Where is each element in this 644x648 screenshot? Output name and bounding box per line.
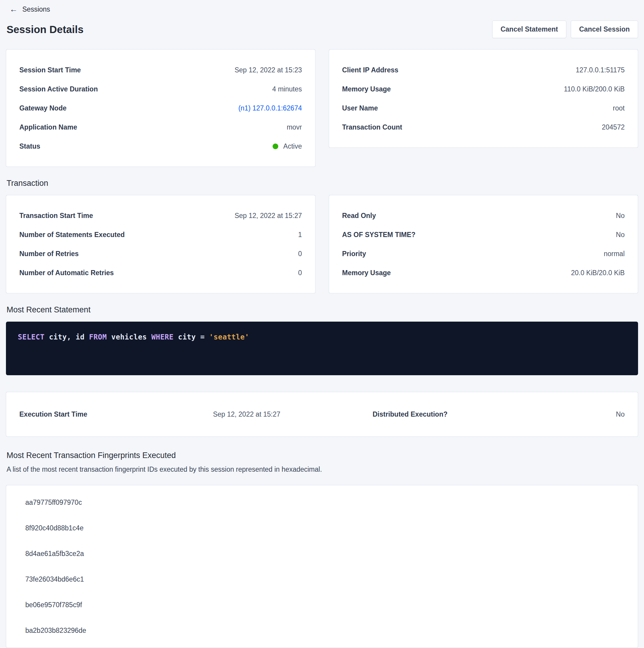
- sql-statement-box: SELECT city, id FROM vehicles WHERE city…: [6, 322, 638, 375]
- detail-value: movr: [287, 123, 302, 131]
- sql-plain: city =: [174, 333, 209, 341]
- status-row: Status Active: [19, 137, 302, 156]
- session-card-right: Client IP Address 127.0.0.1:51175 Memory…: [329, 49, 638, 148]
- session-card-left: Session Start Time Sep 12, 2022 at 15:23…: [6, 49, 315, 167]
- priority-row: Priority normal: [342, 244, 625, 263]
- detail-label: Number of Retries: [19, 250, 78, 258]
- status-badge: Active: [273, 142, 302, 150]
- detail-label: Gateway Node: [19, 104, 67, 112]
- sql-statement-text: SELECT city, id FROM vehicles WHERE city…: [18, 333, 626, 341]
- detail-label: Session Start Time: [19, 66, 81, 74]
- fingerprint-item: 73fe26034bd6e6c1: [6, 566, 638, 592]
- gateway-node-link[interactable]: (n1) 127.0.0.1:62674: [238, 104, 302, 112]
- detail-value: 1: [298, 231, 302, 239]
- detail-value: No: [616, 231, 625, 239]
- detail-value: 0: [298, 269, 302, 277]
- fingerprints-description: A list of the most recent transaction fi…: [7, 465, 638, 474]
- detail-label: Number of Automatic Retries: [19, 269, 114, 277]
- detail-label: Memory Usage: [342, 85, 391, 93]
- detail-value: 20.0 KiB/20.0 KiB: [571, 269, 625, 277]
- gateway-node-row: Gateway Node (n1) 127.0.0.1:62674: [19, 99, 302, 118]
- back-arrow-icon: ←: [9, 5, 17, 13]
- detail-label: Execution Start Time: [19, 410, 87, 418]
- most-recent-statement-heading: Most Recent Statement: [7, 305, 638, 315]
- detail-label: Status: [19, 142, 40, 150]
- header-buttons: Cancel Statement Cancel Session: [492, 20, 638, 38]
- session-start-time-row: Session Start Time Sep 12, 2022 at 15:23: [19, 60, 302, 79]
- detail-value: Sep 12, 2022 at 15:23: [235, 66, 302, 74]
- detail-value: 127.0.0.1:51175: [576, 66, 625, 74]
- application-name-row: Application Name movr: [19, 118, 302, 137]
- transaction-card-right: Read Only No AS OF SYSTEM TIME? No Prior…: [329, 195, 638, 293]
- transaction-section-heading: Transaction: [7, 179, 638, 188]
- distributed-execution-row: Distributed Execution? No: [322, 405, 625, 423]
- transaction-card-left: Transaction Start Time Sep 12, 2022 at 1…: [6, 195, 315, 293]
- back-to-sessions-link[interactable]: ← Sessions: [6, 2, 54, 16]
- detail-label: Session Active Duration: [19, 85, 98, 93]
- sql-keyword: WHERE: [152, 333, 174, 341]
- sql-keyword: SELECT: [18, 333, 45, 341]
- retries-row: Number of Retries 0: [19, 244, 302, 263]
- fingerprint-item: aa79775ff097970c: [6, 490, 638, 515]
- cancel-statement-button[interactable]: Cancel Statement: [492, 20, 566, 38]
- execution-card: Execution Start Time Sep 12, 2022 at 15:…: [6, 392, 638, 437]
- detail-label: Priority: [342, 250, 366, 258]
- fingerprint-item: 8f920c40d88b1c4e: [6, 515, 638, 541]
- session-details-page: ← Sessions Session Details Cancel Statem…: [0, 0, 644, 648]
- detail-value: 204572: [602, 123, 625, 131]
- detail-value: Sep 12, 2022 at 15:27: [213, 410, 280, 418]
- status-text: Active: [283, 142, 302, 150]
- transaction-count-row: Transaction Count 204572: [342, 118, 625, 137]
- transaction-cards: Transaction Start Time Sep 12, 2022 at 1…: [6, 195, 638, 293]
- page-title: Session Details: [7, 23, 83, 36]
- transaction-start-time-row: Transaction Start Time Sep 12, 2022 at 1…: [19, 206, 302, 225]
- detail-label: Distributed Execution?: [372, 410, 448, 418]
- status-active-dot-icon: [273, 144, 278, 149]
- cancel-session-button[interactable]: Cancel Session: [571, 20, 638, 38]
- detail-label: AS OF SYSTEM TIME?: [342, 231, 416, 239]
- sql-keyword: FROM: [89, 333, 107, 341]
- detail-label: Client IP Address: [342, 66, 399, 74]
- detail-value: 4 minutes: [272, 85, 302, 93]
- fingerprints-section-heading: Most Recent Transaction Fingerprints Exe…: [7, 451, 638, 460]
- execution-start-time-row: Execution Start Time Sep 12, 2022 at 15:…: [19, 405, 322, 423]
- statements-executed-row: Number of Statements Executed 1: [19, 225, 302, 244]
- detail-value: No: [616, 410, 625, 418]
- detail-label: Transaction Start Time: [19, 212, 93, 220]
- memory-usage-row: Memory Usage 110.0 KiB/200.0 KiB: [342, 79, 625, 99]
- detail-value: normal: [604, 250, 625, 258]
- detail-label: Application Name: [19, 123, 77, 131]
- detail-label: Number of Statements Executed: [19, 231, 125, 239]
- page-header: Session Details Cancel Statement Cancel …: [6, 20, 638, 38]
- fingerprint-item: ba2b203b823296de: [6, 617, 638, 643]
- detail-value: Sep 12, 2022 at 15:27: [235, 212, 302, 220]
- client-ip-row: Client IP Address 127.0.0.1:51175: [342, 60, 625, 79]
- detail-label: User Name: [342, 104, 378, 112]
- detail-label: Transaction Count: [342, 123, 402, 131]
- breadcrumb-label: Sessions: [22, 5, 50, 13]
- fingerprint-item: 8d4ae61a5fb3ce2a: [6, 541, 638, 566]
- detail-value: No: [616, 212, 625, 220]
- session-active-duration-row: Session Active Duration 4 minutes: [19, 79, 302, 99]
- sql-plain: city, id: [45, 333, 89, 341]
- detail-label: Read Only: [342, 212, 376, 220]
- fingerprint-item: be06e9570f785c9f: [6, 592, 638, 617]
- sql-string-literal: 'seattle': [209, 333, 249, 341]
- detail-value: 110.0 KiB/200.0 KiB: [564, 85, 625, 93]
- as-of-system-time-row: AS OF SYSTEM TIME? No: [342, 225, 625, 244]
- automatic-retries-row: Number of Automatic Retries 0: [19, 263, 302, 282]
- sql-plain: vehicles: [107, 333, 152, 341]
- detail-value: 0: [298, 250, 302, 258]
- txn-memory-usage-row: Memory Usage 20.0 KiB/20.0 KiB: [342, 263, 625, 282]
- detail-label: Memory Usage: [342, 269, 391, 277]
- user-name-row: User Name root: [342, 99, 625, 118]
- session-summary-cards: Session Start Time Sep 12, 2022 at 15:23…: [6, 49, 638, 167]
- fingerprints-card: aa79775ff097970c 8f920c40d88b1c4e 8d4ae6…: [6, 485, 638, 648]
- detail-value: root: [613, 104, 625, 112]
- read-only-row: Read Only No: [342, 206, 625, 225]
